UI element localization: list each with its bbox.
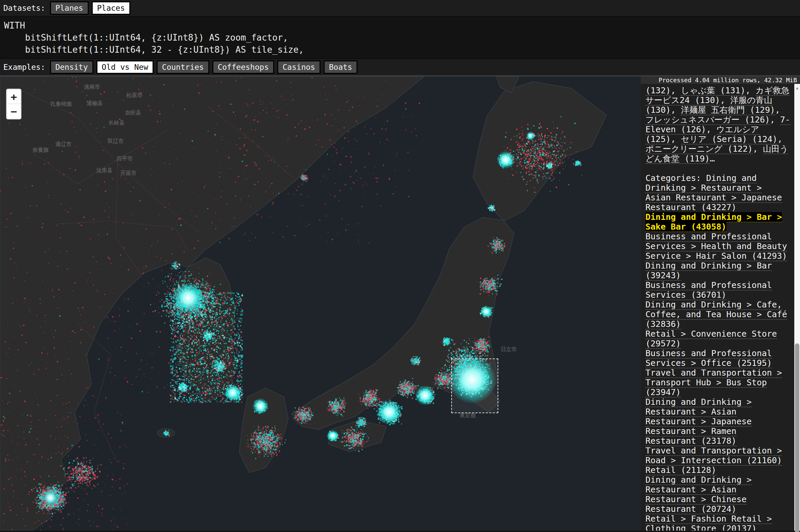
category-link[interactable]: Retail (21128) — [646, 465, 716, 475]
zoom-out-button[interactable]: − — [7, 104, 21, 119]
datasets-bar: Datasets: PlanesPlaces — [0, 0, 800, 17]
brand-link[interactable]: フレッシュネスバーガー (126) — [646, 115, 770, 125]
brands-list: (132), しゃぶ葉 (131), カギ救急サービス24 (130), 洋服の… — [646, 86, 791, 164]
category-link[interactable]: Dining and Drinking > Restaurant > Asian… — [646, 475, 752, 514]
category-link[interactable]: Travel and Transportation > Road > Inter… — [646, 446, 782, 466]
category-link[interactable]: Business and Professional Services > Hea… — [646, 232, 787, 261]
category-row: Business and Professional Services > Hea… — [646, 232, 791, 261]
category-row: Business and Professional Services > Off… — [646, 348, 791, 368]
brand-link[interactable]: しゃぶ葉 (131) — [681, 86, 745, 96]
category-row: Retail > Convenience Store (29572) — [646, 329, 791, 348]
scroll-up-icon[interactable]: ▲ — [794, 84, 800, 92]
sql-query-text[interactable]: WITH bitShiftLeft(1::UInt64, {z:UInt8}) … — [4, 19, 800, 56]
category-link[interactable]: Retail > Convenience Store (29572) — [646, 329, 777, 349]
results-panel[interactable]: (132), しゃぶ葉 (131), カギ救急サービス24 (130), 洋服の… — [641, 84, 794, 531]
main-area: + − Processed 4.04 million rows, 42.32 M… — [0, 77, 800, 531]
category-row: Dining and Drinking > Restaurant > Asian… — [646, 475, 791, 514]
example-button-countries[interactable]: Countries — [157, 60, 209, 74]
brand-link[interactable]: セリア (Seria) (124) — [681, 134, 777, 144]
category-row: Retail (21128) — [646, 465, 791, 475]
categories-label: Categories: — [646, 173, 706, 183]
query-status: Processed 4.04 million rows, 42.32 MiB — [641, 77, 800, 84]
map-selection-box — [451, 359, 498, 413]
results-panel-row: (132), しゃぶ葉 (131), カギ救急サービス24 (130), 洋服の… — [641, 84, 800, 531]
example-button-boats[interactable]: Boats — [324, 60, 358, 74]
brand-link[interactable]: (132) — [646, 86, 671, 96]
datasets-label: Datasets: — [3, 4, 46, 13]
dataset-button-planes[interactable]: Planes — [50, 1, 89, 15]
category-link-highlighted[interactable]: Dining and Drinking > Bar > Sake Bar (43… — [646, 212, 782, 232]
category-row: Dining and Drinking > Bar (39243) — [646, 261, 791, 280]
category-row: Business and Professional Services (3670… — [646, 280, 791, 300]
examples-label: Examples: — [3, 63, 46, 72]
category-link[interactable]: Retail > Fashion Retail > Clothing Store… — [646, 514, 772, 531]
category-link[interactable]: Dining and Drinking > Cafe, Coffee, and … — [646, 300, 787, 329]
map-zoom-control: + − — [6, 89, 21, 119]
example-button-density[interactable]: Density — [50, 60, 93, 74]
category-link[interactable]: Travel and Transportation > Transport Hu… — [646, 368, 782, 397]
example-button-old-vs-new[interactable]: Old vs New — [96, 60, 153, 74]
zoom-in-button[interactable]: + — [7, 89, 21, 104]
map-canvas[interactable] — [0, 77, 641, 531]
examples-buttons: DensityOld vs NewCountriesCoffeeshopsCas… — [50, 60, 358, 74]
category-row: Dining and Drinking > Restaurant > Asian… — [646, 397, 791, 446]
brand-link[interactable]: 洋麺屋 五右衛門 (129) — [681, 105, 775, 115]
categories-list: Categories: Dining and Drinking > Restau… — [646, 173, 791, 212]
category-row: Retail > Fashion Retail > Clothing Store… — [646, 514, 791, 531]
categories-blocks: Dining and Drinking > Bar > Sake Bar (43… — [646, 212, 791, 531]
category-row: Travel and Transportation > Road > Inter… — [646, 446, 791, 465]
category-row: Dining and Drinking > Cafe, Coffee, and … — [646, 300, 791, 329]
category-row: Travel and Transportation > Transport Hu… — [646, 368, 791, 397]
sql-editor[interactable]: WITH bitShiftLeft(1::UInt64, {z:UInt8}) … — [0, 17, 800, 59]
category-link[interactable]: Dining and Drinking > Restaurant > Asian… — [646, 397, 752, 446]
scrollbar-thumb[interactable] — [795, 343, 799, 532]
example-button-coffeeshops[interactable]: Coffeeshops — [212, 60, 274, 74]
example-button-casinos[interactable]: Casinos — [277, 60, 321, 74]
datasets-buttons: PlanesPlaces — [50, 1, 130, 15]
map[interactable]: + − — [0, 77, 641, 531]
examples-bar: Examples: DensityOld vs NewCountriesCoff… — [0, 59, 800, 77]
category-link[interactable]: Dining and Drinking > Bar (39243) — [646, 261, 772, 281]
results-sidebar: Processed 4.04 million rows, 42.32 MiB (… — [641, 77, 800, 531]
category-row: Dining and Drinking > Bar > Sake Bar (43… — [646, 212, 791, 232]
brand-link[interactable]: ポニークリーニング (122) — [646, 144, 752, 154]
sidebar-scrollbar[interactable]: ▲ — [794, 84, 800, 531]
category-link[interactable]: Business and Professional Services (3670… — [646, 280, 772, 300]
category-link[interactable]: Business and Professional Services > Off… — [646, 348, 772, 368]
dataset-button-places[interactable]: Places — [92, 1, 130, 15]
